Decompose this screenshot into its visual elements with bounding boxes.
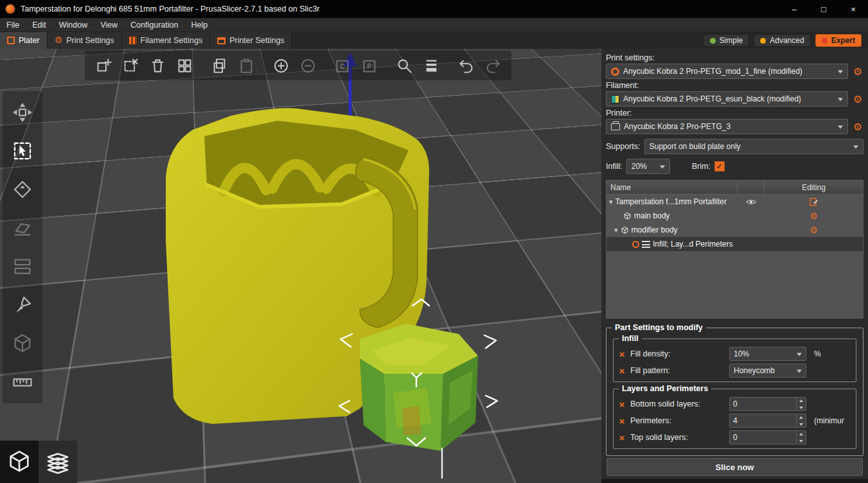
bottom-solid-layers-input[interactable] — [730, 398, 796, 410]
remove-option-icon[interactable]: × — [617, 349, 626, 360]
fill-density-combo[interactable]: 10% — [729, 347, 806, 361]
spinner-arrows[interactable] — [796, 398, 806, 410]
search-icon — [396, 57, 413, 75]
brim-checkbox[interactable] — [714, 161, 725, 171]
editor-3d-view-button[interactable] — [0, 441, 39, 483]
spin-up-icon[interactable] — [797, 414, 806, 421]
layers-group-title: Layers and Perimeters — [619, 384, 711, 393]
close-button[interactable]: × — [838, 0, 868, 18]
object-settings-icon[interactable] — [810, 198, 818, 206]
mode-simple-button[interactable]: Simple — [704, 34, 750, 47]
row-settings-gear-icon[interactable] — [810, 211, 818, 221]
mode-label: Advanced — [770, 36, 804, 45]
menu-edit[interactable]: Edit — [26, 18, 53, 31]
menu-window[interactable]: Window — [53, 18, 94, 31]
paint-support-tool-button[interactable] — [4, 286, 40, 324]
column-header-extruder[interactable] — [738, 180, 765, 194]
menubar: File Edit Window View Configuration Help — [0, 18, 868, 32]
filament-combo[interactable]: Anycubic Kobra 2 Pro-PETG_esun_black (mo… — [606, 91, 848, 107]
object-row-selected[interactable]: Infill; Lay...d Perimeters — [607, 237, 863, 251]
remove-option-icon[interactable]: × — [617, 399, 626, 410]
select-tool-button[interactable] — [4, 132, 40, 170]
spin-up-icon[interactable] — [797, 398, 806, 404]
menu-file[interactable]: File — [0, 18, 26, 31]
spinner-arrows[interactable] — [796, 414, 806, 427]
spin-down-icon[interactable] — [797, 421, 806, 427]
printer-gear-button[interactable] — [852, 121, 864, 133]
object-row[interactable]: main body — [607, 209, 863, 223]
maximize-button[interactable]: □ — [809, 0, 838, 18]
remove-option-icon[interactable]: × — [617, 416, 626, 426]
delete-button[interactable] — [117, 52, 144, 79]
brush-icon — [12, 294, 33, 316]
row-settings-gear-icon[interactable] — [810, 225, 818, 235]
search-button[interactable] — [391, 52, 418, 79]
infill-combo[interactable]: 20% — [626, 159, 670, 174]
add-instance-button[interactable] — [267, 52, 294, 79]
printer-combo[interactable]: Anycubic Kobra 2 Pro-PETG_3 — [606, 119, 848, 134]
filament-gear-button[interactable] — [852, 93, 864, 105]
menu-configuration[interactable]: Configuration — [124, 18, 184, 31]
move-tool-button[interactable] — [4, 93, 40, 132]
expander-icon[interactable] — [614, 225, 618, 234]
preview-view-button[interactable] — [39, 441, 77, 483]
redo-button[interactable] — [479, 52, 506, 79]
add-button[interactable] — [90, 52, 117, 79]
split-to-objects-button[interactable]: C — [329, 52, 356, 79]
column-header-name[interactable]: Name — [607, 180, 738, 194]
copy-button[interactable] — [206, 52, 233, 79]
menu-view[interactable]: View — [94, 18, 124, 31]
variable-layer-height-button[interactable] — [418, 52, 445, 79]
viewport-3d[interactable]: C P — [0, 49, 601, 483]
perimeters-input[interactable] — [730, 414, 796, 427]
window-controls: – □ × — [779, 0, 868, 18]
slice-now-button[interactable]: Slice now — [607, 458, 863, 476]
spin-down-icon[interactable] — [797, 437, 806, 444]
measure-tool-button[interactable] — [4, 363, 40, 401]
bottom-solid-layers-spinner[interactable] — [729, 397, 806, 411]
spin-down-icon[interactable] — [797, 404, 806, 410]
remove-instance-button[interactable] — [294, 52, 321, 79]
mode-advanced-button[interactable]: Advanced — [754, 34, 810, 47]
filament-value: Anycubic Kobra 2 Pro-PETG_esun_black (mo… — [623, 94, 801, 103]
remove-option-icon[interactable]: × — [617, 432, 626, 443]
filament-icon — [129, 37, 137, 44]
part-settings-title: Part Settings to modify — [612, 323, 706, 332]
place-on-face-tool-button[interactable] — [4, 209, 40, 247]
spinner-arrows[interactable] — [796, 431, 806, 444]
top-solid-layers-input[interactable] — [730, 431, 796, 444]
expander-icon[interactable] — [609, 197, 613, 206]
remove-option-icon[interactable]: × — [617, 365, 626, 376]
supports-combo[interactable]: Support on build plate only — [644, 139, 864, 154]
tab-printer-settings[interactable]: Printer Settings — [210, 32, 292, 49]
menu-help[interactable]: Help — [184, 18, 214, 31]
split-to-parts-button[interactable]: P — [356, 52, 383, 79]
print-settings-combo[interactable]: Anycubic Kobra 2 Pro-PETG_mod_1_fine (mo… — [606, 64, 848, 79]
window-title: Tamperstation for Delonghi 685 51mm Port… — [21, 4, 320, 13]
modifier-box[interactable] — [360, 324, 478, 451]
eye-icon[interactable] — [746, 198, 756, 206]
object-row[interactable]: modifier body — [607, 223, 863, 237]
perimeters-spinner[interactable] — [729, 414, 806, 428]
fill-pattern-combo[interactable]: Honeycomb — [729, 364, 806, 378]
undo-button[interactable] — [452, 52, 479, 79]
print-settings-gear-button[interactable] — [852, 66, 864, 78]
top-solid-layers-spinner[interactable] — [729, 430, 806, 444]
mode-expert-button[interactable]: Expert — [815, 34, 862, 47]
object-row[interactable]: Tamperstation f...1mm Portafilter — [607, 195, 863, 209]
minimize-button[interactable]: – — [779, 0, 809, 18]
delete-all-button[interactable] — [144, 52, 171, 79]
cut-tool-button[interactable] — [4, 247, 40, 286]
spin-up-icon[interactable] — [797, 431, 806, 437]
arrange-button[interactable] — [171, 52, 198, 79]
paste-button[interactable] — [233, 52, 260, 79]
infill-setting-icon — [632, 241, 639, 248]
column-header-editing[interactable]: Editing — [765, 180, 863, 194]
tab-print-settings[interactable]: Print Settings — [48, 32, 122, 49]
rotate-tool-button[interactable] — [4, 170, 40, 209]
tab-filament-settings[interactable]: Filament Settings — [122, 32, 211, 49]
prusaslicer-window: Tamperstation for Delonghi 685 51mm Port… — [0, 0, 868, 483]
mode-label: Simple — [720, 36, 743, 45]
tab-plater[interactable]: Plater — [0, 32, 48, 49]
seam-tool-button[interactable] — [4, 324, 40, 363]
